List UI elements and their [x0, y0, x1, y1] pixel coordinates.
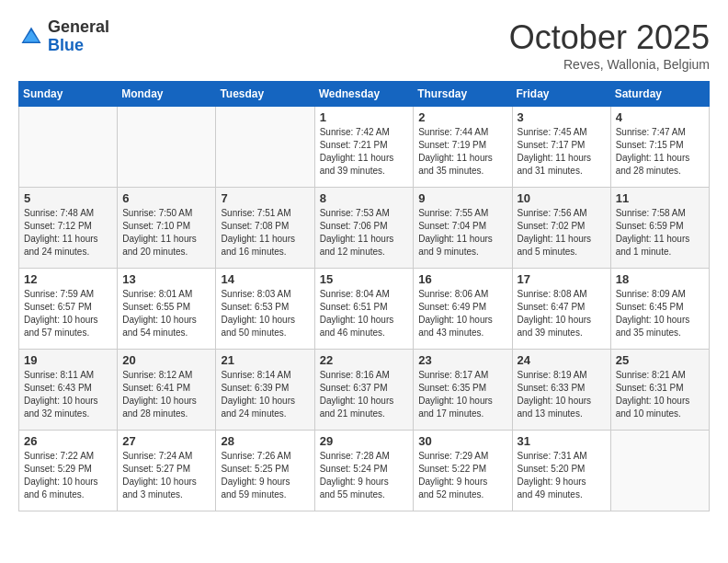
- day-info-line: Sunrise: 7:55 AM: [418, 208, 488, 218]
- day-info-line: Sunset: 6:49 PM: [418, 302, 486, 312]
- calendar-cell: 31Sunrise: 7:31 AMSunset: 5:20 PMDayligh…: [512, 431, 610, 511]
- day-info-line: Sunset: 6:43 PM: [24, 383, 92, 393]
- day-header-friday: Friday: [512, 82, 610, 107]
- day-info-line: Sunrise: 7:45 AM: [518, 127, 587, 137]
- day-info-line: and 5 minutes.: [518, 247, 578, 257]
- day-info: Sunrise: 8:08 AMSunset: 6:47 PMDaylight:…: [518, 288, 606, 339]
- day-info-line: Sunrise: 7:22 AM: [24, 451, 94, 461]
- day-info-line: and 1 minute.: [616, 247, 672, 257]
- day-info-line: Daylight: 9 hours: [418, 477, 487, 487]
- day-info-line: and 35 minutes.: [418, 166, 483, 176]
- title-block: October 2025 Reves, Wallonia, Belgium: [509, 18, 710, 72]
- day-info-line: Sunrise: 8:17 AM: [418, 370, 488, 380]
- calendar-cell: 10Sunrise: 7:56 AMSunset: 7:02 PMDayligh…: [512, 188, 610, 269]
- day-info: Sunrise: 7:22 AMSunset: 5:29 PMDaylight:…: [24, 450, 112, 501]
- day-info-line: Sunset: 5:27 PM: [122, 464, 190, 474]
- day-info-line: Daylight: 10 hours: [221, 396, 295, 406]
- day-info-line: and 24 minutes.: [24, 247, 89, 257]
- day-info: Sunrise: 7:26 AMSunset: 5:25 PMDaylight:…: [221, 450, 309, 501]
- day-info-line: Daylight: 9 hours: [320, 477, 389, 487]
- calendar-cell: 11Sunrise: 7:58 AMSunset: 6:59 PMDayligh…: [610, 188, 709, 269]
- day-info-line: Sunrise: 7:29 AM: [418, 451, 488, 461]
- day-info-line: Daylight: 10 hours: [122, 396, 197, 406]
- calendar-cell: 16Sunrise: 8:06 AMSunset: 6:49 PMDayligh…: [414, 269, 512, 350]
- day-info-line: Daylight: 11 hours: [418, 234, 493, 244]
- day-info-line: and 6 minutes.: [24, 489, 85, 500]
- day-info-line: Sunset: 7:17 PM: [518, 140, 586, 150]
- day-info-line: and 20 minutes.: [122, 247, 188, 257]
- day-info: Sunrise: 7:28 AMSunset: 5:24 PMDaylight:…: [320, 450, 409, 501]
- calendar-cell: 18Sunrise: 8:09 AMSunset: 6:45 PMDayligh…: [610, 269, 709, 350]
- day-number: 29: [320, 434, 409, 448]
- day-info: Sunrise: 7:31 AMSunset: 5:20 PMDaylight:…: [518, 450, 606, 501]
- calendar-cell: 23Sunrise: 8:17 AMSunset: 6:35 PMDayligh…: [414, 350, 512, 431]
- calendar-cell: 5Sunrise: 7:48 AMSunset: 7:12 PMDaylight…: [19, 188, 118, 269]
- calendar-cell: 14Sunrise: 8:03 AMSunset: 6:53 PMDayligh…: [216, 269, 314, 350]
- day-header-thursday: Thursday: [414, 82, 512, 107]
- day-info-line: Sunrise: 7:42 AM: [320, 127, 390, 137]
- day-number: 19: [24, 353, 112, 367]
- day-info-line: Sunset: 7:15 PM: [616, 140, 684, 150]
- calendar-cell: 21Sunrise: 8:14 AMSunset: 6:39 PMDayligh…: [216, 350, 314, 431]
- day-info-line: and 50 minutes.: [221, 327, 286, 338]
- day-info-line: Daylight: 10 hours: [122, 315, 197, 325]
- day-info: Sunrise: 8:21 AMSunset: 6:31 PMDaylight:…: [616, 369, 704, 420]
- day-info-line: and 43 minutes.: [418, 327, 483, 338]
- day-number: 9: [418, 191, 506, 205]
- day-number: 22: [320, 353, 409, 367]
- logo-icon: [18, 24, 44, 50]
- day-info: Sunrise: 7:50 AMSunset: 7:10 PMDaylight:…: [122, 207, 210, 259]
- day-header-tuesday: Tuesday: [216, 82, 314, 107]
- calendar-cell: 15Sunrise: 8:04 AMSunset: 6:51 PMDayligh…: [314, 269, 414, 350]
- calendar-cell: 7Sunrise: 7:51 AMSunset: 7:08 PMDaylight…: [216, 188, 314, 269]
- day-number: 24: [518, 353, 606, 367]
- calendar-cell: 30Sunrise: 7:29 AMSunset: 5:22 PMDayligh…: [414, 431, 512, 511]
- day-info-line: and 17 minutes.: [418, 408, 483, 419]
- day-info-line: and 31 minutes.: [518, 166, 583, 176]
- calendar-cell: [216, 107, 314, 188]
- logo: General Blue: [18, 18, 109, 55]
- day-info: Sunrise: 7:53 AMSunset: 7:06 PMDaylight:…: [320, 207, 409, 259]
- day-info-line: Sunset: 7:10 PM: [122, 221, 190, 231]
- day-info-line: Daylight: 9 hours: [518, 477, 586, 487]
- day-info: Sunrise: 8:11 AMSunset: 6:43 PMDaylight:…: [24, 369, 112, 420]
- day-header-sunday: Sunday: [19, 82, 118, 107]
- calendar-cell: 22Sunrise: 8:16 AMSunset: 6:37 PMDayligh…: [314, 350, 414, 431]
- day-info-line: Sunrise: 7:59 AM: [24, 289, 94, 299]
- calendar-cell: 1Sunrise: 7:42 AMSunset: 7:21 PMDaylight…: [314, 107, 414, 188]
- day-info-line: Sunrise: 8:21 AM: [616, 370, 686, 380]
- day-info: Sunrise: 8:03 AMSunset: 6:53 PMDaylight:…: [221, 288, 309, 339]
- day-number: 17: [518, 272, 606, 286]
- day-info-line: Sunrise: 7:28 AM: [320, 451, 390, 461]
- day-info: Sunrise: 7:59 AMSunset: 6:57 PMDaylight:…: [24, 288, 112, 339]
- day-info-line: Sunset: 5:29 PM: [24, 464, 92, 474]
- day-info-line: Sunrise: 7:26 AM: [221, 451, 290, 461]
- day-info-line: Sunset: 6:45 PM: [616, 302, 684, 312]
- day-info-line: Sunset: 6:37 PM: [320, 383, 388, 393]
- day-info-line: Sunset: 5:20 PM: [518, 464, 586, 474]
- day-info-line: Sunset: 7:04 PM: [418, 221, 486, 231]
- day-info: Sunrise: 8:17 AMSunset: 6:35 PMDaylight:…: [418, 369, 506, 420]
- day-info-line: Sunset: 7:12 PM: [24, 221, 92, 231]
- calendar-cell: 12Sunrise: 7:59 AMSunset: 6:57 PMDayligh…: [19, 269, 118, 350]
- day-info-line: and 55 minutes.: [320, 489, 385, 500]
- day-info: Sunrise: 7:44 AMSunset: 7:19 PMDaylight:…: [418, 126, 506, 178]
- day-info: Sunrise: 7:45 AMSunset: 7:17 PMDaylight:…: [518, 126, 606, 178]
- calendar-cell: [19, 107, 118, 188]
- logo-blue: Blue: [48, 37, 109, 55]
- page-header: General Blue October 2025 Reves, Walloni…: [18, 18, 710, 72]
- day-number: 30: [418, 434, 506, 448]
- day-info-line: Sunset: 6:39 PM: [221, 383, 289, 393]
- day-number: 23: [418, 353, 506, 367]
- calendar-week-row: 26Sunrise: 7:22 AMSunset: 5:29 PMDayligh…: [19, 431, 710, 511]
- day-info: Sunrise: 7:24 AMSunset: 5:27 PMDaylight:…: [122, 450, 210, 501]
- day-info: Sunrise: 8:12 AMSunset: 6:41 PMDaylight:…: [122, 369, 210, 420]
- day-info-line: and 32 minutes.: [24, 408, 89, 419]
- day-info-line: and 49 minutes.: [518, 489, 583, 500]
- calendar-cell: 9Sunrise: 7:55 AMSunset: 7:04 PMDaylight…: [414, 188, 512, 269]
- day-info-line: and 21 minutes.: [320, 408, 385, 419]
- day-number: 10: [518, 191, 606, 205]
- day-info-line: and 39 minutes.: [518, 327, 583, 338]
- day-info-line: Daylight: 10 hours: [24, 396, 98, 406]
- day-info-line: Sunrise: 7:58 AM: [616, 208, 686, 218]
